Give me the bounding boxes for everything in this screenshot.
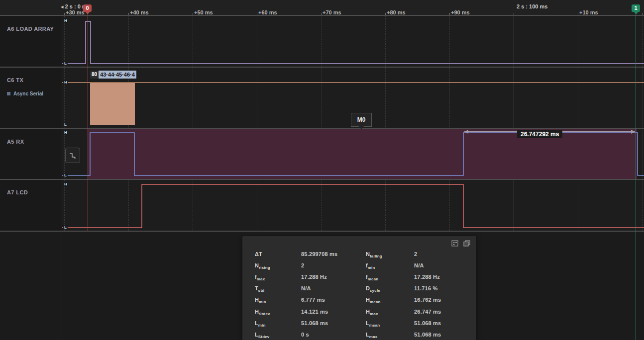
measurements-panel: ΔT85.299708 msNfalling2Nrising2fminN/Afm…: [242, 236, 476, 340]
low-level-label: L: [63, 225, 68, 230]
measurement-name: Nrising: [255, 262, 301, 268]
measurement-value: 14.121 ms: [301, 309, 366, 315]
serial-bytes-text: 43·44·45·46·4: [99, 71, 136, 79]
measurement-value: 11.716 %: [414, 285, 471, 291]
measurement-value: 0 s: [301, 332, 366, 338]
low-level-label: L: [63, 122, 68, 127]
measurement-arrowhead: [464, 130, 468, 134]
measurement-value: 2: [414, 251, 471, 257]
measurement-value: 85.299708 ms: [301, 251, 366, 257]
serial-byte-badge: 80: [90, 71, 99, 79]
measurement-name: Lmax: [366, 332, 414, 338]
serial-decode-annotation[interactable]: 80 43·44·45·46·4: [90, 71, 136, 79]
logic-analyzer-window: +30 ms+40 ms+50 ms+60 ms+70 ms+80 ms+90 …: [0, 0, 644, 340]
measurement-value: 16.762 ms: [414, 297, 471, 303]
measurement-row: LStdev0 sLmax51.068 ms: [255, 329, 471, 340]
low-level-label: L: [63, 61, 68, 66]
falling-edge-trigger-icon: [68, 152, 77, 160]
high-level-label: H: [63, 182, 68, 186]
measurement-name: Lmin: [255, 320, 301, 326]
measurement-value: 26.747 ms: [414, 309, 471, 315]
measurement-duration-label: 26.747292 ms: [517, 130, 562, 138]
measurement-name: Hmin: [255, 297, 301, 303]
measurement-value: 6.777 ms: [301, 297, 366, 303]
measurement-name: LStdev: [255, 332, 301, 338]
measurement-row: Lmin51.068 msLmean51.068 ms: [255, 317, 471, 329]
measurement-name: ΔT: [255, 251, 301, 257]
measurement-name: Lmean: [366, 320, 414, 326]
measurement-name: HStdev: [255, 309, 301, 315]
measurement-value: N/A: [301, 285, 366, 291]
measurement-name: Nfalling: [366, 251, 414, 257]
timing-marker-m0[interactable]: M0: [351, 113, 372, 127]
measurement-value: 2: [301, 262, 366, 268]
copy-icon[interactable]: [463, 240, 470, 247]
measurement-row: Hmin6.777 msHmean16.762 ms: [255, 294, 471, 306]
annotation-settings-icon[interactable]: [451, 240, 458, 247]
measurement-name: Tstd: [255, 285, 301, 291]
measurement-row: Nrising2fminN/A: [255, 259, 471, 271]
high-level-label: H: [63, 80, 68, 85]
high-level-label: H: [63, 130, 68, 135]
measurement-row: fmax17.288 Hzfmean17.288 Hz: [255, 271, 471, 282]
measurement-name: fmax: [255, 274, 301, 280]
measurement-name: Hmean: [366, 297, 414, 303]
trace-a5-rx: [62, 133, 644, 175]
measurement-value: 17.288 Hz: [414, 274, 471, 280]
trigger-indicator-chip[interactable]: [65, 148, 80, 163]
trace-a7-lcd: [62, 184, 644, 228]
measurement-row: ΔT85.299708 msNfalling2: [255, 248, 471, 259]
timeline-marker-0[interactable]: 0: [83, 4, 92, 12]
low-level-label: L: [63, 173, 68, 177]
measurement-value: 51.068 ms: [414, 332, 471, 338]
measurement-value: N/A: [414, 262, 471, 268]
measurement-row: TstdN/ADcycle11.716 %: [255, 283, 471, 294]
measurement-value: 51.068 ms: [414, 320, 471, 326]
measurement-value: 17.288 Hz: [301, 274, 366, 280]
measurement-name: Hmax: [366, 309, 414, 315]
trace-a6-load-array: [62, 21, 644, 64]
measurement-name: Dcycle: [366, 285, 414, 291]
high-level-label: H: [63, 18, 68, 23]
measurement-value: 51.068 ms: [301, 320, 366, 326]
marker-0-line: [88, 14, 88, 231]
measurement-name: fmean: [366, 274, 414, 280]
measurement-arrowhead: [631, 130, 635, 134]
measurement-name: fmin: [366, 262, 414, 268]
marker-1-line: [636, 14, 636, 340]
timeline-marker-1[interactable]: 1: [632, 4, 640, 12]
measurement-row: HStdev14.121 msHmax26.747 ms: [255, 306, 471, 317]
